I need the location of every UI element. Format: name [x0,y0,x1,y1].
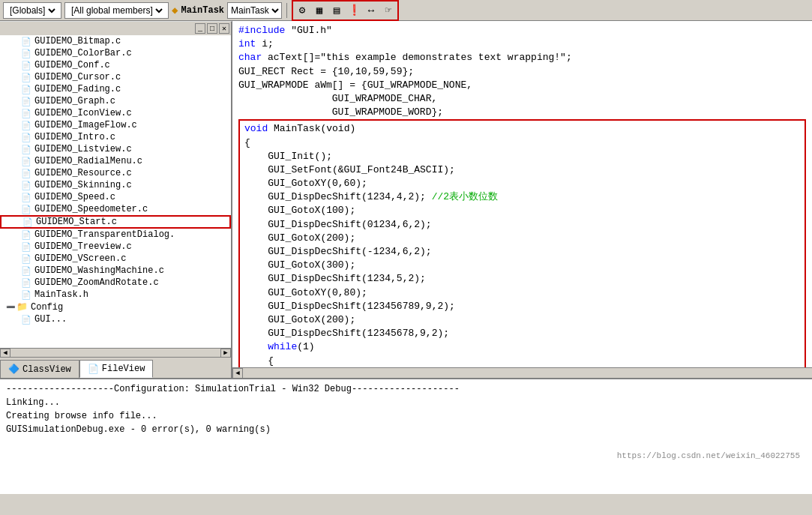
code-line: GUI_GotoXY(0,80); [244,286,800,300]
tree-item-label: MainTask.h [34,289,88,300]
code-line: GUI_DispDecShift(01234,6,2); [244,218,800,232]
tree-item[interactable]: 📄GUIDEMO_Speedometer.c [0,203,231,215]
tree-item[interactable]: 📄GUIDEMO_ZoomAndRotate.c [0,277,231,289]
tree-item[interactable]: 📄GUIDEMO_ImageFlow.c [0,119,231,131]
tree-item-label: GUIDEMO_Intro.c [34,132,115,142]
code-scroll-left[interactable]: ◀ [232,368,243,379]
code-hscroll[interactable]: ◀ [232,367,812,378]
tab-fileview-label: FileView [102,364,145,374]
tree-item[interactable]: 📄GUIDEMO_VScreen.c [0,253,231,265]
tree-item-label: GUIDEMO_Cursor.c [34,72,121,82]
tab-bar: 🔷 ClassView 📄 FileView [0,357,231,378]
toolbar-icon-2[interactable]: ▦ [311,2,328,19]
tree-item[interactable]: 📄GUIDEMO_IconView.c [0,107,231,119]
globals-select[interactable]: [Globals] [7,4,58,16]
close-btn[interactable]: ✕ [219,23,229,34]
scroll-right-btn[interactable]: ▶ [220,349,231,358]
tree-item[interactable]: 📄GUI... [0,313,231,325]
output-panel: --------------------Configuration: Simul… [0,378,812,494]
members-dropdown[interactable]: [All global members] [64,2,169,19]
tree-item-label: GUIDEMO_RadialMenu.c [34,156,142,166]
output-line: Creating browse info file... [6,409,806,423]
tree-item[interactable]: 📄GUIDEMO_Cursor.c [0,71,231,83]
tree-item-label: GUIDEMO_Treeview.c [34,241,132,252]
code-line: char acText[]="this example demonstrates… [238,51,806,64]
tree-item[interactable]: 📄GUIDEMO_Listview.c [0,143,231,155]
tree-item[interactable]: 📄GUIDEMO_RadialMenu.c [0,155,231,167]
tree-item[interactable]: 📄GUIDEMO_TransparentDialog. [0,229,231,241]
code-line: void MainTask(void) [244,122,800,136]
main-content: _ □ ✕ 📄GUIDEMO_Bitmap.c📄GUIDEMO_ColorBar… [0,21,812,378]
tree-item-label: GUIDEMO_Bitmap.c [34,36,121,46]
tree-item-label: Config [31,302,63,313]
toolbar-icon-1[interactable]: ⚙ [294,2,310,19]
code-area[interactable]: #include "GUI.h"int i;char acText[]="thi… [232,21,812,367]
code-line: GUI_SetFont(&GUI_Font24B_ASCII); [244,163,800,177]
code-line: GUI_DispDecShift(1234,4,2); //2表小数位数 [244,190,800,204]
tree-item[interactable]: 📄GUIDEMO_Graph.c [0,95,231,107]
scroll-left-btn[interactable]: ◀ [0,349,10,358]
tree-item-label: GUIDEMO_Conf.c [34,60,110,70]
code-line: GUI_RECT Rect = {10,10,59,59}; [238,65,806,79]
tree-item[interactable]: 📄GUIDEMO_Start.c [0,215,231,229]
code-line: GUI_WRAPMODE_WORD}; [238,106,806,119]
code-line: GUI_DispDecShift(-1234,6,2); [244,245,800,259]
code-line: GUI_DispDecShift(123456789,9,2); [244,300,800,313]
output-line: GUISimulationDebug.exe - 0 error(s), 0 w… [6,423,806,436]
right-panel: #include "GUI.h"int i;char acText[]="thi… [232,21,812,378]
tree-item[interactable]: 📄GUIDEMO_Fading.c [0,83,231,95]
output-line: --------------------Configuration: Simul… [6,382,806,396]
toolbar-separator-1 [286,3,287,18]
file-tree: 📄GUIDEMO_Bitmap.c📄GUIDEMO_ColorBar.c📄GUI… [0,35,231,348]
tree-item[interactable]: 📄GUIDEMO_Treeview.c [0,241,231,253]
tab-classview[interactable]: 🔷 ClassView [0,360,79,378]
classview-icon: 🔷 [8,364,19,375]
tree-item[interactable]: 📄GUIDEMO_WashingMachine.c [0,265,231,277]
code-line: int i; [238,37,806,51]
tree-item[interactable]: 📄GUIDEMO_Intro.c [0,131,231,143]
scroll-track [10,349,220,358]
code-line: { [244,355,800,368]
minimize-btn[interactable]: _ [195,23,205,34]
code-line: GUI_GotoX(200); [244,232,800,245]
code-line: GUI_WRAPMODE aWm[] = {GUI_WRAPMODE_NONE, [238,79,806,92]
tree-item-label: GUIDEMO_Graph.c [34,96,115,106]
tree-item[interactable]: 📄GUIDEMO_Skinning.c [0,179,231,191]
code-line: while(1) [244,340,800,354]
code-line: GUI_GotoX(200); [244,313,800,327]
code-line: GUI_DispDecShift(1234,5,2); [244,272,800,286]
tab-fileview[interactable]: 📄 FileView [79,360,154,378]
panel-header: _ □ ✕ [0,22,231,35]
tree-item[interactable]: 📄GUIDEMO_ColorBar.c [0,47,231,59]
tree-item[interactable]: ➖📁Config [0,301,231,313]
code-line: GUI_GotoX(300); [244,259,800,272]
tree-item[interactable]: 📄GUIDEMO_Bitmap.c [0,35,231,47]
code-line: GUI_WRAPMODE_CHAR, [238,92,806,106]
tree-item[interactable]: 📄MainTask.h [0,289,231,301]
code-line: GUI_DispDecShift(12345678,9,2); [244,327,800,340]
toolbar: [Globals] [All global members] ◆ MainTas… [0,0,812,21]
tree-item-label: GUIDEMO_Start.c [36,217,117,227]
toolbar-icon-6[interactable]: ☞ [380,2,397,19]
tree-item-label: GUIDEMO_VScreen.c [34,253,126,264]
tree-item[interactable]: 📄GUIDEMO_Resource.c [0,167,231,179]
output-url: https://blog.csdn.net/weixin_46022755 [6,436,806,460]
tree-item[interactable]: 📄GUIDEMO_Speed.c [0,191,231,203]
tree-item-label: GUIDEMO_Speed.c [34,192,115,202]
tree-item-label: GUIDEMO_ZoomAndRotate.c [34,277,159,288]
h-scrollbar[interactable]: ◀ ▶ [0,348,231,357]
toolbar-icon-3[interactable]: ▤ [328,2,345,19]
code-highlighted-block: void MainTask(void){ GUI_Init(); GUI_Set… [238,119,806,367]
members-select[interactable]: [All global members] [68,4,165,16]
tree-item[interactable]: 📄GUIDEMO_Conf.c [0,59,231,71]
toolbar-icon-5[interactable]: ↔ [363,2,379,19]
globals-dropdown[interactable]: [Globals] [3,2,61,19]
main-task-select[interactable]: MainTask [227,2,282,19]
tree-item-label: GUIDEMO_IconView.c [34,108,132,118]
toolbar-icon-exclamation[interactable]: ❗ [346,2,362,19]
code-line: #include "GUI.h" [238,24,806,37]
tree-item-label: GUIDEMO_Resource.c [34,168,132,178]
maximize-btn[interactable]: □ [207,23,217,34]
code-scroll-track [243,369,812,378]
output-line: Linking... [6,396,806,409]
